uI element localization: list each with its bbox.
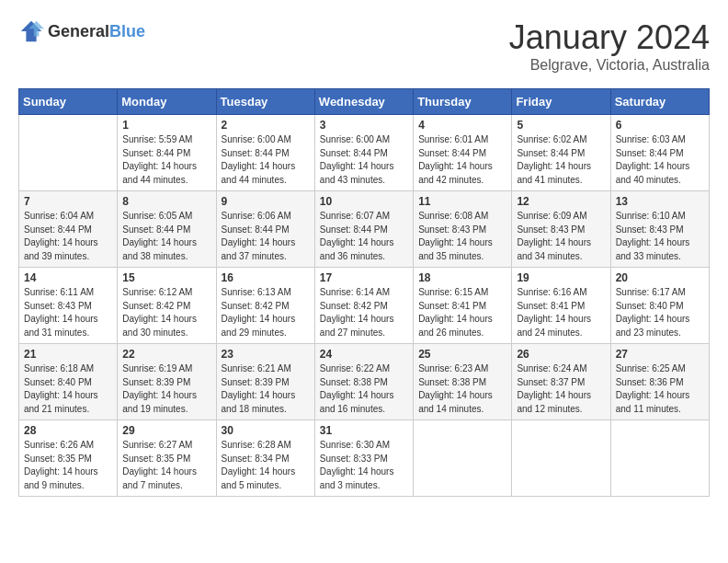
day-number: 10: [320, 195, 408, 208]
day-info: Sunrise: 6:07 AMSunset: 8:44 PMDaylight:…: [320, 210, 408, 263]
calendar-cell: 7Sunrise: 6:04 AMSunset: 8:44 PMDaylight…: [19, 191, 118, 268]
day-number: 24: [320, 348, 408, 361]
day-info: Sunrise: 6:19 AMSunset: 8:39 PMDaylight:…: [122, 362, 210, 416]
day-info: Sunrise: 6:25 AMSunset: 8:36 PMDaylight:…: [616, 362, 704, 416]
day-info: Sunrise: 6:11 AMSunset: 8:43 PMDaylight:…: [24, 286, 112, 339]
day-info: Sunrise: 6:18 AMSunset: 8:40 PMDaylight:…: [24, 362, 112, 416]
day-number: 31: [320, 424, 408, 437]
weekday-header-cell: Sunday: [19, 89, 118, 115]
day-number: 1: [122, 119, 210, 132]
day-info: Sunrise: 5:59 AMSunset: 8:44 PMDaylight:…: [122, 133, 210, 187]
location-title: Belgrave, Victoria, Australia: [509, 57, 710, 74]
calendar-cell: 27Sunrise: 6:25 AMSunset: 8:36 PMDayligh…: [610, 344, 709, 420]
calendar-body: 1Sunrise: 5:59 AMSunset: 8:44 PMDaylight…: [19, 115, 710, 497]
day-number: 5: [517, 119, 605, 132]
calendar-cell: 26Sunrise: 6:24 AMSunset: 8:37 PMDayligh…: [512, 344, 610, 420]
day-info: Sunrise: 6:26 AMSunset: 8:35 PMDaylight:…: [24, 439, 112, 492]
day-info: Sunrise: 6:12 AMSunset: 8:42 PMDaylight:…: [122, 286, 210, 339]
day-info: Sunrise: 6:17 AMSunset: 8:40 PMDaylight:…: [616, 286, 704, 339]
day-info: Sunrise: 6:16 AMSunset: 8:41 PMDaylight:…: [517, 286, 605, 339]
logo-icon: [18, 18, 44, 44]
day-info: Sunrise: 6:04 AMSunset: 8:44 PMDaylight:…: [24, 210, 112, 263]
page-header: General Blue January 2024 Belgrave, Vict…: [18, 18, 710, 74]
day-number: 20: [616, 271, 704, 284]
calendar-cell: 30Sunrise: 6:28 AMSunset: 8:34 PMDayligh…: [216, 420, 314, 497]
month-title: January 2024: [509, 18, 710, 57]
weekday-header-cell: Tuesday: [216, 89, 314, 115]
day-number: 27: [616, 348, 704, 361]
day-number: 11: [418, 195, 506, 208]
day-number: 2: [222, 119, 310, 132]
calendar-week-row: 7Sunrise: 6:04 AMSunset: 8:44 PMDaylight…: [19, 191, 710, 268]
day-info: Sunrise: 6:05 AMSunset: 8:44 PMDaylight:…: [122, 210, 210, 263]
calendar-cell: 11Sunrise: 6:08 AMSunset: 8:43 PMDayligh…: [414, 191, 512, 268]
day-number: 9: [222, 195, 310, 208]
calendar-cell: 23Sunrise: 6:21 AMSunset: 8:39 PMDayligh…: [216, 344, 314, 420]
calendar-cell: 22Sunrise: 6:19 AMSunset: 8:39 PMDayligh…: [118, 344, 216, 420]
day-info: Sunrise: 6:08 AMSunset: 8:43 PMDaylight:…: [418, 210, 506, 263]
calendar-cell: 15Sunrise: 6:12 AMSunset: 8:42 PMDayligh…: [118, 268, 216, 344]
logo-text-blue: Blue: [109, 22, 145, 41]
weekday-header-row: SundayMondayTuesdayWednesdayThursdayFrid…: [19, 89, 710, 115]
calendar-cell: 25Sunrise: 6:23 AMSunset: 8:38 PMDayligh…: [414, 344, 512, 420]
calendar-week-row: 21Sunrise: 6:18 AMSunset: 8:40 PMDayligh…: [19, 344, 710, 420]
day-number: 28: [24, 424, 112, 437]
weekday-header-cell: Friday: [512, 89, 610, 115]
weekday-header-cell: Wednesday: [314, 89, 413, 115]
title-section: January 2024 Belgrave, Victoria, Austral…: [509, 18, 710, 74]
day-number: 7: [24, 195, 112, 208]
logo: General Blue: [18, 18, 145, 44]
calendar-cell: 20Sunrise: 6:17 AMSunset: 8:40 PMDayligh…: [610, 268, 709, 344]
day-number: 3: [320, 119, 408, 132]
calendar-cell: 13Sunrise: 6:10 AMSunset: 8:43 PMDayligh…: [610, 191, 709, 268]
calendar-cell: 5Sunrise: 6:02 AMSunset: 8:44 PMDaylight…: [512, 115, 610, 191]
day-info: Sunrise: 6:06 AMSunset: 8:44 PMDaylight:…: [222, 210, 310, 263]
day-info: Sunrise: 6:30 AMSunset: 8:33 PMDaylight:…: [320, 439, 408, 492]
calendar-cell: 10Sunrise: 6:07 AMSunset: 8:44 PMDayligh…: [314, 191, 413, 268]
day-number: 6: [616, 119, 704, 132]
day-info: Sunrise: 6:01 AMSunset: 8:44 PMDaylight:…: [418, 133, 506, 187]
day-number: 22: [122, 348, 210, 361]
calendar-cell: [610, 420, 709, 497]
calendar-cell: [19, 115, 118, 191]
day-info: Sunrise: 6:09 AMSunset: 8:43 PMDaylight:…: [517, 210, 605, 263]
calendar-week-row: 14Sunrise: 6:11 AMSunset: 8:43 PMDayligh…: [19, 268, 710, 344]
calendar-cell: [414, 420, 512, 497]
day-number: 8: [122, 195, 210, 208]
calendar-table: SundayMondayTuesdayWednesdayThursdayFrid…: [18, 88, 710, 497]
day-info: Sunrise: 6:00 AMSunset: 8:44 PMDaylight:…: [320, 133, 408, 187]
day-number: 16: [222, 271, 310, 284]
calendar-cell: [512, 420, 610, 497]
weekday-header-cell: Saturday: [610, 89, 709, 115]
calendar-cell: 28Sunrise: 6:26 AMSunset: 8:35 PMDayligh…: [19, 420, 118, 497]
day-info: Sunrise: 6:14 AMSunset: 8:42 PMDaylight:…: [320, 286, 408, 339]
day-info: Sunrise: 6:10 AMSunset: 8:43 PMDaylight:…: [616, 210, 704, 263]
calendar-cell: 12Sunrise: 6:09 AMSunset: 8:43 PMDayligh…: [512, 191, 610, 268]
day-number: 15: [122, 271, 210, 284]
calendar-cell: 1Sunrise: 5:59 AMSunset: 8:44 PMDaylight…: [118, 115, 216, 191]
calendar-cell: 17Sunrise: 6:14 AMSunset: 8:42 PMDayligh…: [314, 268, 413, 344]
calendar-week-row: 1Sunrise: 5:59 AMSunset: 8:44 PMDaylight…: [19, 115, 710, 191]
weekday-header-cell: Monday: [118, 89, 216, 115]
day-info: Sunrise: 6:21 AMSunset: 8:39 PMDaylight:…: [222, 362, 310, 416]
calendar-cell: 3Sunrise: 6:00 AMSunset: 8:44 PMDaylight…: [314, 115, 413, 191]
day-number: 25: [418, 348, 506, 361]
day-number: 17: [320, 271, 408, 284]
day-number: 14: [24, 271, 112, 284]
calendar-week-row: 28Sunrise: 6:26 AMSunset: 8:35 PMDayligh…: [19, 420, 710, 497]
calendar-cell: 4Sunrise: 6:01 AMSunset: 8:44 PMDaylight…: [414, 115, 512, 191]
day-info: Sunrise: 6:22 AMSunset: 8:38 PMDaylight:…: [320, 362, 408, 416]
day-number: 21: [24, 348, 112, 361]
day-number: 12: [517, 195, 605, 208]
day-info: Sunrise: 6:02 AMSunset: 8:44 PMDaylight:…: [517, 133, 605, 187]
calendar-cell: 31Sunrise: 6:30 AMSunset: 8:33 PMDayligh…: [314, 420, 413, 497]
day-number: 26: [517, 348, 605, 361]
day-number: 29: [122, 424, 210, 437]
day-number: 13: [616, 195, 704, 208]
day-info: Sunrise: 6:23 AMSunset: 8:38 PMDaylight:…: [418, 362, 506, 416]
calendar-cell: 2Sunrise: 6:00 AMSunset: 8:44 PMDaylight…: [216, 115, 314, 191]
day-info: Sunrise: 6:03 AMSunset: 8:44 PMDaylight:…: [616, 133, 704, 187]
day-number: 30: [222, 424, 310, 437]
weekday-header-cell: Thursday: [414, 89, 512, 115]
day-info: Sunrise: 6:15 AMSunset: 8:41 PMDaylight:…: [418, 286, 506, 339]
